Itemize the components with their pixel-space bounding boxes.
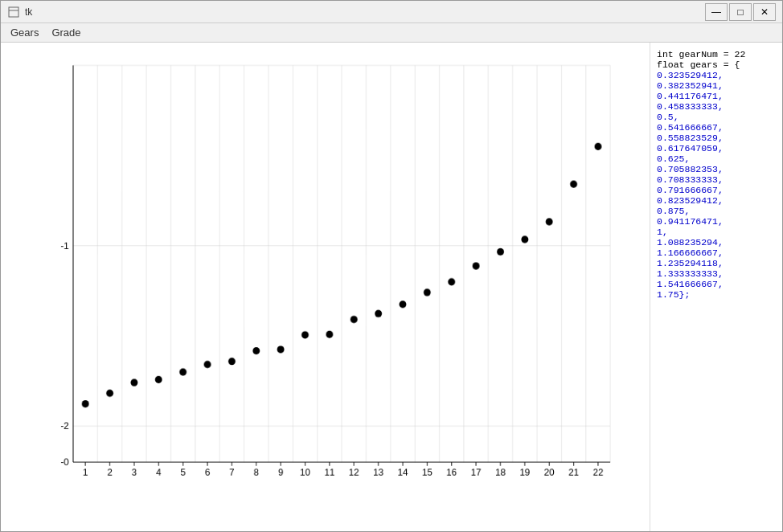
code-line: 1.088235294, (657, 237, 776, 248)
minimize-button[interactable]: — (705, 3, 728, 21)
code-line: 1, (657, 227, 776, 237)
chart-canvas (41, 51, 617, 499)
title-bar: tk — □ ✕ (1, 1, 782, 23)
code-line: 0.708333333, (657, 174, 776, 185)
window-controls: — □ ✕ (705, 3, 776, 21)
code-line: 1.75}; (657, 289, 776, 300)
code-line: 0.791666667, (657, 185, 776, 195)
code-line: 0.625, (657, 153, 776, 164)
code-line: 0.941176471, (657, 216, 776, 227)
code-line: 0.441176471, (657, 91, 776, 101)
code-line: 0.323529412, (657, 70, 776, 80)
title-bar-left: tk (7, 6, 32, 18)
code-line: int gearNum = 22 (657, 49, 776, 59)
menu-item-grade[interactable]: Grade (45, 25, 87, 40)
menu-bar: Gears Grade (1, 23, 782, 43)
code-line: 0.705882353, (657, 164, 776, 174)
code-line: 0.458333333, (657, 101, 776, 112)
code-line: 0.823529412, (657, 195, 776, 206)
code-line: 0.558823529, (657, 133, 776, 143)
code-line: 1.166666667, (657, 248, 776, 258)
code-line: 1.541666667, (657, 279, 776, 289)
window-title: tk (25, 6, 32, 18)
code-line: 0.541666667, (657, 122, 776, 133)
window-icon (7, 6, 20, 18)
chart-area (1, 43, 650, 531)
menu-item-gears[interactable]: Gears (4, 25, 45, 40)
main-window: tk — □ ✕ Gears Grade int gearNum = 22flo… (0, 0, 783, 532)
code-line: 0.382352941, (657, 80, 776, 91)
code-panel: int gearNum = 22float gears = {0.3235294… (650, 43, 782, 531)
svg-rect-0 (9, 7, 18, 17)
content-area: int gearNum = 22float gears = {0.3235294… (1, 43, 782, 531)
close-button[interactable]: ✕ (753, 3, 776, 21)
code-line: 0.875, (657, 206, 776, 216)
code-line: 0.617647059, (657, 143, 776, 153)
code-line: 1.333333333, (657, 268, 776, 279)
maximize-button[interactable]: □ (729, 3, 752, 21)
code-line: 1.235294118, (657, 258, 776, 268)
code-line: 0.5, (657, 112, 776, 122)
code-line: float gears = { (657, 59, 776, 70)
